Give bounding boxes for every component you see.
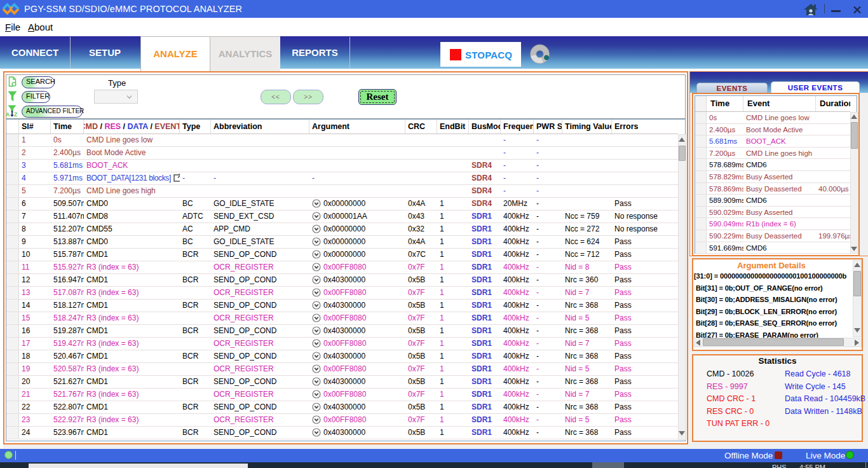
svg-text:Z: Z [14, 111, 17, 117]
svg-text:A: A [6, 111, 10, 117]
